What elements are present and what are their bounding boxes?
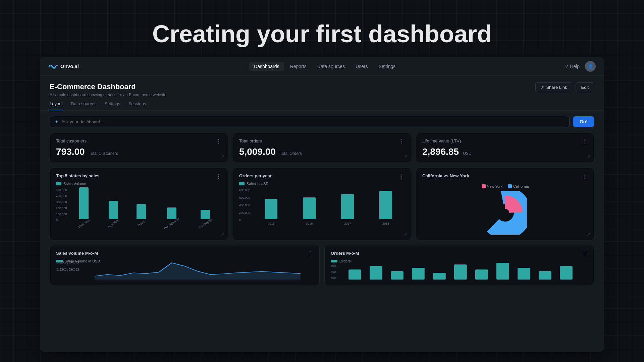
bar-texas: Texas	[137, 204, 146, 225]
nav-right: ? Help 👤	[565, 61, 596, 72]
ltv-title: Lifetime value (LTV)	[422, 138, 461, 143]
card-corner-icon: ↗	[220, 231, 224, 237]
nav-settings[interactable]: Settings	[374, 62, 400, 71]
bar-2017-rect	[341, 194, 354, 219]
tab-sessions[interactable]: Sessions	[128, 101, 146, 110]
bar-washington: Washington	[198, 210, 213, 225]
tab-data-sources[interactable]: Data sources	[71, 101, 97, 110]
card-header: Top 5 states by sales ⋮	[56, 173, 222, 180]
sparkle-icon: ✦	[55, 119, 59, 124]
help-button[interactable]: ? Help	[565, 64, 580, 69]
ltv-menu[interactable]: ⋮	[582, 138, 588, 144]
card-corner-icon: ↗	[403, 231, 408, 237]
bar-2015: 2015	[265, 199, 277, 225]
dashboard-actions: ↗ Share Link Edit	[535, 82, 594, 92]
share-link-button[interactable]: ↗ Share Link	[535, 82, 572, 92]
svg-rect-9	[412, 268, 425, 280]
card-header: Orders M-o-M ⋮	[331, 251, 588, 257]
orders-y-axis: 500 450 400	[331, 264, 336, 280]
ca-label: California	[513, 184, 529, 188]
card-corner-icon: ↗	[220, 154, 224, 160]
card-header: Orders per year ⋮	[239, 173, 405, 180]
total-customers-value-row: 793.00 Total Customers	[56, 146, 222, 157]
help-circle-icon: ?	[565, 64, 568, 69]
ny-dot	[482, 184, 486, 188]
bar-california-rect	[79, 187, 89, 219]
go-button[interactable]: Go!	[573, 116, 594, 127]
top-states-card: Top 5 states by sales ⋮ Sales Volume 500…	[50, 168, 228, 240]
ltv-label: USD	[463, 151, 471, 156]
nav-data-sources[interactable]: Data sources	[313, 62, 350, 71]
sales-usd-legend-box	[239, 182, 245, 185]
bar-2018: 2018	[379, 191, 392, 225]
ltv-value-row: 2,896.85 USD	[422, 146, 588, 157]
bar-california: California	[77, 187, 90, 225]
card-corner-icon: ↗	[586, 231, 591, 237]
help-label: Help	[570, 64, 580, 69]
card-header: Total customers ⋮	[56, 138, 222, 144]
tab-settings[interactable]: Settings	[105, 101, 120, 110]
sales-mom-card: Sales volume M-o-M ⋮ Sales Volume in USD…	[50, 245, 320, 285]
bar-2018-label: 2018	[382, 222, 389, 225]
edit-button[interactable]: Edit	[576, 82, 594, 92]
bar-2016: 2016	[303, 197, 316, 225]
nav-reports[interactable]: Reports	[285, 62, 311, 71]
orders-mom-card: Orders M-o-M ⋮ Orders	[324, 245, 594, 285]
y-label-4: 200,000	[56, 206, 67, 210]
pie-chart	[483, 191, 527, 235]
bar-newyork: New York	[107, 201, 120, 225]
sales-mom-sparkline: 120,000 100,000	[56, 259, 313, 280]
nav-dashboards[interactable]: Dashboards	[249, 62, 284, 71]
svg-marker-5	[95, 263, 301, 280]
orders-mom-menu[interactable]: ⋮	[582, 251, 588, 257]
svg-text:100,000: 100,000	[56, 268, 79, 272]
page-heading: Creating your first dashboard	[152, 20, 492, 48]
total-orders-menu[interactable]: ⋮	[399, 138, 405, 144]
nav-links: Dashboards Reports Data sources Users Se…	[95, 62, 554, 71]
total-orders-value: 5,009.00	[239, 146, 276, 157]
search-input[interactable]	[61, 119, 565, 124]
svg-rect-16	[560, 266, 573, 280]
top-states-legend: Sales Volume	[56, 182, 222, 186]
avatar[interactable]: 👤	[585, 61, 596, 72]
svg-rect-14	[518, 268, 530, 280]
y-label-5: 100,000	[56, 213, 67, 216]
orders-mom-title: Orders M-o-M	[331, 251, 359, 256]
bar-2015-rect	[265, 199, 277, 219]
y-label-2: 400,000	[56, 194, 67, 198]
bar-newyork-label: New York	[107, 219, 119, 229]
search-bar: ✦ Go!	[50, 116, 594, 127]
orders-per-year-card: Orders per year ⋮ Sales in USD 800,000 6…	[233, 168, 411, 240]
orders-mom-sparkline	[341, 259, 588, 280]
svg-rect-8	[391, 271, 404, 280]
y-label-6: 0	[56, 219, 67, 222]
y-label-3: 300,000	[56, 200, 67, 204]
ca-vs-ny-menu[interactable]: ⋮	[582, 173, 588, 179]
total-customers-label: Total Customers	[89, 151, 118, 156]
svg-rect-13	[496, 263, 509, 280]
bar-california-label: California	[77, 219, 90, 229]
tab-layout[interactable]: Layout	[50, 101, 63, 110]
bar-pennsylvania-rect	[167, 207, 176, 219]
svg-text:120,000: 120,000	[56, 260, 79, 264]
dashboard-subtitle: A sample dashboard showing metrics for a…	[50, 93, 166, 97]
sales-mom-menu[interactable]: ⋮	[307, 251, 313, 257]
bar-2016-rect	[303, 197, 316, 219]
nav-users[interactable]: Users	[351, 62, 373, 71]
dashboard-header: E-Commerce Dashboard A sample dashboard …	[40, 76, 604, 97]
top-states-menu[interactable]: ⋮	[216, 173, 222, 179]
svg-rect-12	[475, 269, 488, 280]
orders-mom-legend-box	[331, 260, 337, 262]
dashboard-title-section: E-Commerce Dashboard A sample dashboard …	[50, 82, 166, 97]
ca-vs-ny-title: California vs New York	[422, 173, 469, 178]
sales-mom-title: Sales volume M-o-M	[56, 251, 98, 256]
search-input-wrap[interactable]: ✦	[50, 116, 570, 127]
card-corner-icon: ↗	[586, 154, 591, 160]
card-header: California vs New York ⋮	[422, 173, 588, 180]
bar-washington-label: Washington	[198, 218, 213, 229]
y-label-1: 800,000	[239, 188, 250, 192]
orders-per-year-menu[interactable]: ⋮	[399, 173, 405, 179]
bar-pennsylvania: Pennsylvania	[163, 207, 181, 225]
total-customers-menu[interactable]: ⋮	[216, 138, 222, 144]
bar-chart: California New York Texas Pennsylvania	[69, 188, 222, 225]
